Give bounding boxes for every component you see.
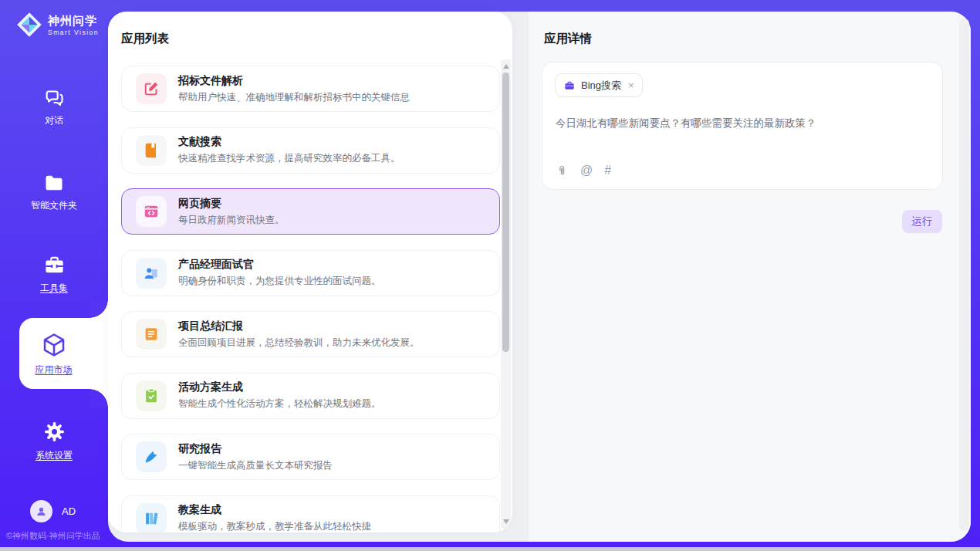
user-account[interactable]: AD (30, 500, 76, 522)
mention-icon[interactable]: @ (580, 164, 593, 177)
app-card[interactable]: 项目总结汇报 全面回顾项目进展，总结经验教训，助力未来优化发展。 (121, 311, 500, 357)
app-card-description: 每日政府新闻资讯快查。 (178, 214, 285, 227)
diamond-logo-icon (15, 11, 43, 39)
app-card[interactable]: 教案生成 模板驱动，教案秒成，教学准备从此轻松快捷 (121, 495, 500, 533)
sidebar-item-label: 智能文件夹 (31, 199, 77, 212)
sidebar: 神州问学 Smart Vision 对话 智能文件夹 工具集 应用市场 系统设置 (0, 0, 108, 551)
interviewer-icon (136, 258, 167, 289)
chat-icon (43, 87, 65, 109)
report-note-icon (136, 319, 167, 350)
scroll-up-icon[interactable] (501, 61, 511, 72)
avatar (30, 500, 52, 522)
app-card[interactable]: 产品经理面试官 明确身份和职责，为您提供专业性的面试问题。 (121, 250, 500, 296)
sidebar-item-label: 应用市场 (35, 363, 73, 377)
sidebar-item-app-market[interactable]: 应用市场 (19, 318, 108, 389)
app-card-description: 模板驱动，教案秒成，教学准备从此轻松快捷 (178, 520, 371, 532)
tab-curve-bottom (90, 389, 108, 407)
tool-chip-label: Bing搜索 (581, 79, 621, 93)
app-card-description: 一键智能生成高质量长文本研究报告 (178, 459, 333, 472)
app-card-title: 活动方案生成 (178, 380, 381, 394)
book-icon (136, 135, 167, 166)
scrollbar-thumb[interactable] (502, 73, 509, 352)
sidebar-item-label: 对话 (45, 114, 63, 127)
toolbox-icon (43, 254, 66, 276)
person-icon (35, 505, 48, 518)
page-scrollbar-track[interactable] (959, 19, 969, 531)
user-name: AD (62, 505, 76, 517)
brand-name: 神州问学 (48, 14, 99, 29)
app-list-title: 应用列表 (121, 31, 169, 47)
app-detail-content: 应用详情 Bing搜索 × 今日湖北有哪些新闻要点？有哪些需要关注的最新政策？ … (529, 12, 958, 542)
app-window: 神州问学 Smart Vision 对话 智能文件夹 工具集 应用市场 系统设置 (0, 0, 980, 551)
app-card[interactable]: 文献搜索 快速精准查找学术资源，提高研究效率的必备工具。 (121, 127, 500, 174)
app-card[interactable]: 研究报告 一键智能生成高质量长文本研究报告 (121, 434, 500, 480)
app-card[interactable]: 网页摘要 每日政府新闻资讯快查。 (121, 188, 500, 235)
app-card-description: 智能生成个性化活动方案，轻松解决规划难题。 (178, 397, 381, 411)
app-card-title: 研究报告 (178, 442, 333, 456)
edit-doc-icon (136, 73, 167, 104)
chip-close-icon[interactable]: × (628, 79, 634, 91)
sidebar-item-chat[interactable]: 对话 (2, 87, 106, 127)
app-card-title: 文献搜索 (178, 135, 400, 149)
app-list: 招标文件解析 帮助用户快速、准确地理解和解析招标书中的关键信息 文献搜索 快速精… (121, 66, 500, 532)
input-toolbar: @ # (556, 164, 611, 177)
app-card-title: 网页摘要 (178, 197, 285, 211)
run-button[interactable]: 运行 (902, 210, 942, 233)
brand-subtitle: Smart Vision (48, 29, 99, 36)
clipboard-check-icon (136, 380, 167, 411)
app-card[interactable]: 活动方案生成 智能生成个性化活动方案，轻松解决规划难题。 (121, 373, 500, 419)
tab-curve-top (90, 299, 108, 318)
cube-icon (40, 331, 68, 359)
app-card-title: 产品经理面试官 (178, 258, 381, 272)
app-card-description: 帮助用户快速、准确地理解和解析招标书中的关键信息 (178, 91, 410, 104)
pen-icon (136, 441, 167, 472)
books-icon (136, 503, 167, 533)
sidebar-item-label: 系统设置 (35, 449, 73, 462)
app-card-title: 招标文件解析 (178, 74, 410, 88)
sidebar-item-label: 工具集 (40, 282, 68, 295)
briefcase-icon (563, 79, 576, 92)
sidebar-item-settings[interactable]: 系统设置 (2, 420, 106, 462)
hash-icon[interactable]: # (604, 164, 611, 177)
window-bottom-edge (0, 547, 980, 551)
app-card-description: 全面回顾项目进展，总结经验教训，助力未来优化发展。 (178, 336, 420, 350)
sidebar-item-toolset[interactable]: 工具集 (2, 254, 106, 295)
app-card-description: 快速精准查找学术资源，提高研究效率的必备工具。 (178, 152, 400, 165)
app-list-panel: 应用列表 招标文件解析 帮助用户快速、准确地理解和解析招标书中的关键信息 文献搜… (108, 12, 512, 532)
browser-code-icon (136, 196, 167, 227)
sidebar-item-smart-folder[interactable]: 智能文件夹 (2, 172, 106, 212)
attachment-icon[interactable] (556, 164, 569, 177)
app-detail-title: 应用详情 (544, 31, 592, 47)
brand-logo: 神州问学 Smart Vision (15, 11, 99, 39)
app-card-title: 项目总结汇报 (178, 319, 420, 333)
app-card-title: 教案生成 (178, 503, 371, 517)
copyright-footer: ©神州数码·神州问学出品 (6, 530, 106, 542)
app-card-description: 明确身份和职责，为您提供专业性的面试问题。 (178, 275, 381, 288)
gear-icon (42, 420, 66, 444)
prompt-input[interactable]: 今日湖北有哪些新闻要点？有哪些需要关注的最新政策？ (556, 116, 926, 131)
app-list-scrollbar[interactable] (501, 59, 511, 529)
app-card[interactable]: 招标文件解析 帮助用户快速、准确地理解和解析招标书中的关键信息 (121, 66, 500, 112)
tool-chip-bing-search[interactable]: Bing搜索 × (555, 73, 643, 97)
folder-icon (43, 172, 65, 194)
prompt-card: Bing搜索 × 今日湖北有哪些新闻要点？有哪些需要关注的最新政策？ @ # (542, 62, 943, 190)
